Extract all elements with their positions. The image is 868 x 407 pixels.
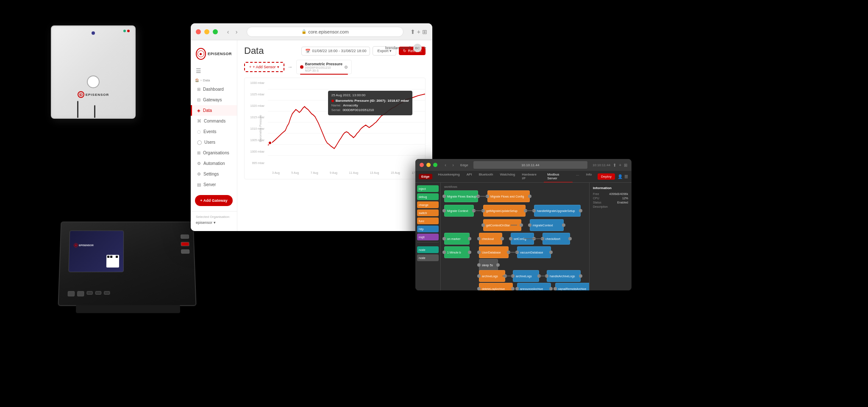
flow-node-12[interactable]: 1 Minute b [444,246,470,258]
nodered-chrome: ‹ › Edge 10.10.11.44 10:10:11:44 ⬆ + ⊞ [415,159,632,171]
tabs-icon[interactable]: ⊞ [422,28,427,35]
device-logo: EPISENSOR [74,243,94,249]
sidebar-item-commands[interactable]: ⌘ Commands [191,116,237,126]
flow-node-15[interactable]: sleep 5s [479,259,498,271]
flow-node-14[interactable]: vacuumDatabase [517,246,551,258]
breadcrumb-current: Data [203,78,210,82]
server-icon: ▤ [197,182,201,187]
users-icon: ◯ [197,140,202,145]
sidebar: EPISENSOR ☰ 🏠 › Data ⊞ Dashboard ⊟ Gatew… [191,40,237,231]
breadcrumb: 🏠 › Data [191,77,237,82]
nodered-toolbar: Edge Housekeeping API Bluetooth Watchdog… [415,171,632,183]
nr-palette-function[interactable]: func [417,217,439,224]
user-chevron[interactable]: ▾ [424,46,426,50]
flow-node-1[interactable]: Migrate Flows Backup [444,190,478,202]
user-avatar[interactable]: BC [413,44,422,52]
flow-node-2[interactable]: Migrate Flows and Config [487,190,530,202]
nr-palette-debug[interactable]: debug [417,193,439,200]
new-tab-icon[interactable]: + [417,28,420,35]
sidebar-item-data[interactable]: ◈ Data [191,105,237,116]
sensor-chip[interactable]: Barometric Pressure 000D6F0010S1210 NGP-… [296,60,352,74]
nr-palette-gray1[interactable]: node [417,254,439,261]
nr-grid-icon[interactable]: ⊞ [624,163,627,167]
nr-tab-bluetooth[interactable]: Bluetooth [476,171,497,182]
nr-palette-inject[interactable]: inject [417,185,439,192]
top-left-device: EPISENSOR [51,25,144,127]
nr-tl-maximize[interactable] [433,163,437,167]
nr-back[interactable]: ‹ [442,162,448,168]
flow-node-9[interactable]: checkout [479,233,502,245]
flow-node-17[interactable]: archiveLogs [513,270,539,282]
flow-node-10[interactable]: setConfig [511,233,534,245]
nr-forward[interactable]: › [450,162,456,168]
flow-node-21[interactable]: signalRemoteArchive [555,283,589,290]
nr-tab-api[interactable]: API [463,171,476,182]
nr-palette-change[interactable]: change [417,201,439,208]
flow-node-6[interactable]: getContextOnStar [483,219,521,231]
nr-menu-icon[interactable]: ☰ [624,174,628,179]
chart-x-axis: 3 Aug 5 Aug 7 Aug 9 Aug 11 Aug 13 Aug 15… [268,166,425,179]
sensor-settings-icon[interactable]: ⚙ [344,65,348,70]
automation-icon: ⚙ [197,161,201,166]
nr-tab-more[interactable]: … [573,171,583,182]
nr-tab-watchdog[interactable]: Watchdog [496,171,518,182]
flow-node-18[interactable]: handleArchiveLogs [547,270,581,282]
add-sensor-button[interactable]: + + Add Sensor ▾ [244,62,284,72]
nr-palette-teal1[interactable]: node [417,246,439,253]
sidebar-logo: EPISENSOR [191,45,237,65]
calendar-icon: 📅 [305,49,310,53]
flow-node-3[interactable]: Migrate Context [444,205,474,217]
nr-tab-hardware[interactable]: Hardware I/F [518,171,544,182]
nr-user-icon[interactable]: 👤 [618,174,623,179]
user-area: brendan carroll BC ▾ [385,44,426,52]
tl-close[interactable] [196,29,201,34]
org-name[interactable]: episensor ▾ [196,220,232,225]
date-range-picker[interactable]: 📅 01/08/22 18:00 - 31/08/22 18:00 [301,47,370,56]
flow-node-5[interactable]: handleMigrateUpgradeSetup [534,205,581,217]
sidebar-nav: ⊞ Dashboard ⊟ Gateways ◈ Data ⌘ Commands… [191,84,237,190]
tl-maximize[interactable] [213,29,218,34]
sidebar-item-events[interactable]: ◌ Events [191,126,237,137]
flow-node-8[interactable]: on marker [444,233,470,245]
sidebar-item-gateways[interactable]: ⊟ Gateways [191,95,237,105]
sidebar-item-settings[interactable]: ⚙ Settings [191,169,237,179]
flow-node-16[interactable]: archiveLogs [479,270,505,282]
sidebar-item-dashboard[interactable]: ⊞ Dashboard [191,84,237,95]
nr-share-icon[interactable]: ⬆ [613,163,616,167]
nr-deploy-button[interactable]: Deploy [598,173,615,180]
flow-node-19[interactable]: deleteLogArchive [479,283,513,290]
nodered-canvas[interactable]: workflows Migrate Flows Backup Migrate F… [441,183,589,290]
org-chevron: ▾ [214,220,216,225]
nr-tab-housekeeping[interactable]: Housekeeping [435,171,463,182]
nr-tab-info[interactable]: Info [583,171,595,182]
sidebar-item-server[interactable]: ▤ Server [191,179,237,190]
tl-minimize[interactable] [204,29,209,34]
nr-add-icon[interactable]: + [619,163,621,167]
data-icon: ◈ [197,108,200,113]
nodered-palette: inject debug change switch func http mqt… [415,183,441,290]
nr-tl-close[interactable] [420,163,424,167]
browser-back[interactable]: ‹ [225,28,231,35]
flow-node-20[interactable]: announceArchive [517,283,551,290]
add-gateway-button[interactable]: + Add Gateway [195,195,233,206]
org-section: Selected Organisation: episensor ▾ [191,211,237,228]
breadcrumb-home[interactable]: 🏠 [195,78,199,82]
sidebar-item-users[interactable]: ◯ Users [191,137,237,148]
url-bar[interactable]: 🔒 core.episensor.com [247,27,403,37]
nr-tab-modbus[interactable]: Modbus Server [544,171,573,182]
flow-node-11[interactable]: checkAbort [542,233,570,245]
flow-node-13[interactable]: UserDatabase [479,246,509,258]
sidebar-item-automation[interactable]: ⚙ Automation [191,158,237,169]
nr-tl-minimize[interactable] [426,163,431,167]
share-icon[interactable]: ⬆ [410,28,415,35]
nr-palette-mqtt[interactable]: mqtt [417,234,439,240]
flow-node-7[interactable]: migrateContext [530,219,564,231]
page-title: Data [244,45,264,56]
nodered-url[interactable]: 10.10.11.44 [473,161,587,169]
flow-node-4[interactable]: getMigrateUpdateSetup [483,205,526,217]
browser-forward[interactable]: › [233,28,240,35]
menu-toggle[interactable]: ☰ [191,65,237,77]
sidebar-item-organisations[interactable]: ⊞ Organisations [191,148,237,158]
nr-palette-switch[interactable]: switch [417,209,439,216]
nr-palette-http[interactable]: http [417,226,439,232]
